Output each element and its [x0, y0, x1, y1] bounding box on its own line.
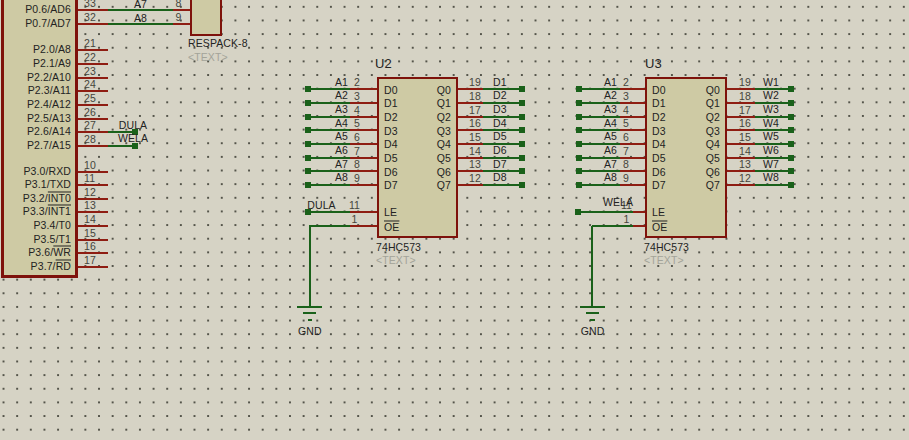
mcu-pin-label-21-text: P2.0/A8	[33, 44, 71, 56]
net-label-u2-D8[interactable]: D8	[493, 173, 507, 184]
net-label-u3-W3[interactable]: W3	[763, 105, 779, 116]
net-label-u3-W6[interactable]: W6	[763, 146, 779, 157]
mcu-pin-label-25: P2.4/A12	[27, 99, 71, 110]
respack-ref-label[interactable]: RESPACK-8	[188, 38, 248, 49]
mcu-pin-number-12: 12	[84, 187, 96, 198]
mcu-pin-label-13-overlined: INT1	[48, 206, 71, 218]
net-label-u3-W4[interactable]: W4	[763, 118, 779, 129]
terminal-u3-W8[interactable]	[788, 182, 794, 188]
u2-pin-number-18: 18	[469, 91, 481, 102]
ref-label-u3[interactable]: U3	[645, 57, 662, 71]
net-label-u3-WELA[interactable]: WELA	[603, 197, 633, 208]
u3-pin-name-Q7: Q7	[706, 181, 720, 192]
wire-u3-A8[interactable]	[578, 184, 620, 186]
u3-pin-name-Q6: Q6	[706, 167, 720, 178]
text-placeholder-u2[interactable]: <TEXT>	[376, 255, 416, 266]
terminal-u3-W7[interactable]	[788, 168, 794, 174]
net-label-u2-A3[interactable]: A3	[335, 105, 348, 116]
terminal-u2-D6[interactable]	[519, 155, 525, 161]
net-label-u3-A6[interactable]: A6	[604, 146, 617, 157]
net-label-u2-A8[interactable]: A8	[335, 173, 348, 184]
terminal-u3-W1[interactable]	[788, 86, 794, 92]
terminal-u2-D2[interactable]	[519, 100, 525, 106]
terminal-u3-W5[interactable]	[788, 141, 794, 147]
net-label-u2-D5[interactable]: D5	[493, 132, 507, 143]
u2-pin-number-14: 14	[469, 146, 481, 157]
net-label-u2-D2[interactable]: D2	[493, 91, 507, 102]
net-label-u3-W7[interactable]: W7	[763, 159, 779, 170]
gnd-symbol-u2-bar3[interactable]	[308, 319, 313, 321]
gnd-symbol-u3-bar3[interactable]	[590, 319, 595, 321]
text-placeholder-u3[interactable]: <TEXT>	[644, 255, 684, 266]
wire-net-WELA[interactable]	[108, 145, 132, 147]
net-label-u2-A2[interactable]: A2	[335, 91, 348, 102]
terminal-u2-D5[interactable]	[519, 141, 525, 147]
gnd-symbol-u3-bar1[interactable]	[580, 306, 605, 308]
net-label-u2-D6[interactable]: D6	[493, 146, 507, 157]
terminal-u2-D7[interactable]	[519, 168, 525, 174]
wire-u3-W8[interactable]	[755, 184, 789, 186]
net-label-u2-A1[interactable]: A1	[335, 77, 348, 88]
net-label-u3-W8[interactable]: W8	[763, 173, 779, 184]
net-label-u3-W1[interactable]: W1	[763, 77, 779, 88]
net-label-u2-A7[interactable]: A7	[335, 159, 348, 170]
net-label-A8[interactable]: A8	[134, 13, 147, 24]
wire-u2-le[interactable]	[308, 211, 350, 213]
net-label-u2-D3[interactable]: D3	[493, 105, 507, 116]
net-label-u2-D1[interactable]: D1	[493, 77, 507, 88]
terminal-u2-D1[interactable]	[519, 86, 525, 92]
wire-u2-A8[interactable]	[308, 184, 350, 186]
net-label-u2-A4[interactable]: A4	[335, 118, 348, 129]
u3-pin-number-14: 14	[739, 146, 751, 157]
net-label-u3-A5[interactable]: A5	[604, 132, 617, 143]
net-label-u2-A6[interactable]: A6	[335, 146, 348, 157]
net-label-u2-D7[interactable]: D7	[493, 159, 507, 170]
net-label-u3-A8[interactable]: A8	[604, 173, 617, 184]
mcu-pin-label-14: P3.4/T0	[34, 221, 71, 232]
u2-pin-name-D0: D0	[384, 85, 398, 96]
value-label-u3[interactable]: 74HC573	[644, 242, 689, 253]
net-label-A7[interactable]: A7	[134, 0, 147, 10]
net-label-u3-A2[interactable]: A2	[604, 91, 617, 102]
gnd-symbol-u3-label[interactable]: GND	[581, 326, 605, 337]
u2-pin-name-D4: D4	[384, 140, 398, 151]
u3-pin-name-D1: D1	[652, 99, 666, 110]
wire-u2-gnd-drop[interactable]	[309, 226, 311, 306]
net-label-u3-A3[interactable]: A3	[604, 105, 617, 116]
respack-text-placeholder[interactable]: <TEXT>	[188, 52, 228, 63]
wire-u2-D8[interactable]	[483, 184, 520, 186]
u3-pin-name-D6: D6	[652, 167, 666, 178]
gnd-symbol-u2-label[interactable]: GND	[298, 326, 322, 337]
net-label-u3-W2[interactable]: W2	[763, 91, 779, 102]
terminal-u2-D8[interactable]	[519, 182, 525, 188]
terminal-u2-D4[interactable]	[519, 127, 525, 133]
value-label-u2[interactable]: 74HC573	[376, 242, 421, 253]
ref-label-u2[interactable]: U2	[375, 57, 392, 71]
net-label-u3-A4[interactable]: A4	[604, 118, 617, 129]
gnd-symbol-u2-bar2[interactable]	[303, 312, 316, 314]
terminal-u3-W4[interactable]	[788, 127, 794, 133]
gnd-symbol-u3-bar2[interactable]	[586, 312, 599, 314]
wire-u2-oe[interactable]	[309, 225, 350, 227]
net-label-u3-W5[interactable]: W5	[763, 132, 779, 143]
terminal-u3-W2[interactable]	[788, 100, 794, 106]
terminal-u3-W6[interactable]	[788, 155, 794, 161]
mcu-pin-label-27-text: P2.6/A14	[27, 126, 71, 138]
gnd-symbol-u2-bar1[interactable]	[297, 306, 322, 308]
net-label-WELA[interactable]: WELA	[118, 133, 148, 144]
net-label-u2-D4[interactable]: D4	[493, 118, 507, 129]
component-body-respack[interactable]	[190, 0, 222, 36]
net-label-DULA[interactable]: DULA	[119, 120, 147, 131]
terminal-u3-W3[interactable]	[788, 114, 794, 120]
net-label-u2-A5[interactable]: A5	[335, 132, 348, 143]
net-label-u3-A7[interactable]: A7	[604, 159, 617, 170]
net-label-u3-A1[interactable]: A1	[604, 77, 617, 88]
mcu-pin-label-15: P3.5/T1	[34, 234, 71, 245]
terminal-u2-D3[interactable]	[519, 114, 525, 120]
u2-pin-name-Q0: Q0	[437, 85, 451, 96]
u3-pin-number-oe: 1	[624, 214, 630, 225]
net-label-u2-DULA[interactable]: DULA	[307, 200, 335, 211]
wire-u3-gnd-drop[interactable]	[591, 226, 593, 306]
u2-pin-number-13: 13	[469, 160, 481, 171]
u2-pin-number-6: 6	[354, 132, 360, 143]
